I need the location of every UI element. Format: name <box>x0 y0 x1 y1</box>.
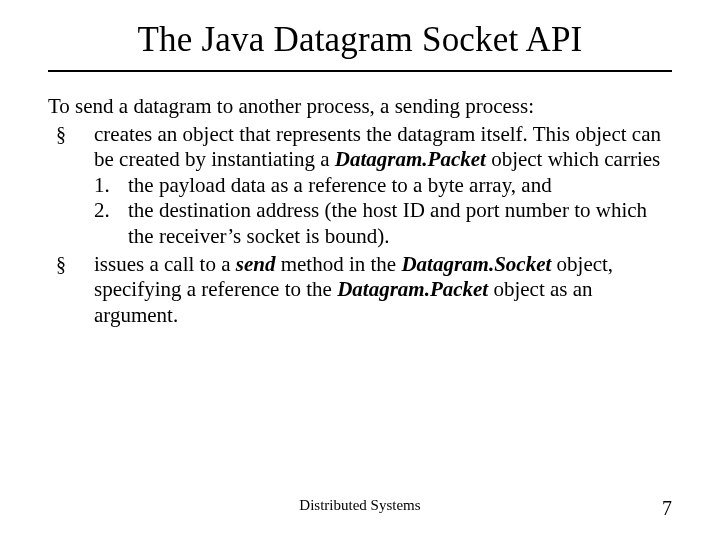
numbered-list: the payload data as a reference to a byt… <box>94 173 672 250</box>
intro-text: To send a datagram to another process, a… <box>48 94 672 120</box>
bullet-text: object which carries <box>486 147 660 171</box>
numbered-item: the payload data as a reference to a byt… <box>94 173 672 199</box>
class-name: Datagram.Packet <box>337 277 488 301</box>
class-name: Datagram.Socket <box>401 252 551 276</box>
method-name: send <box>236 252 276 276</box>
bullet-list: creates an object that represents the da… <box>48 122 672 329</box>
bullet-text: issues a call to a <box>94 252 236 276</box>
bullet-item: issues a call to a send method in the Da… <box>48 252 672 329</box>
slide-title: The Java Datagram Socket API <box>48 20 672 72</box>
page-number: 7 <box>662 497 672 520</box>
class-name: Datagram.Packet <box>335 147 486 171</box>
slide-footer: Distributed Systems 7 <box>0 497 720 520</box>
bullet-text: method in the <box>275 252 401 276</box>
bullet-item: creates an object that represents the da… <box>48 122 672 250</box>
footer-center: Distributed Systems <box>299 497 420 514</box>
numbered-item: the destination address (the host ID and… <box>94 198 672 249</box>
